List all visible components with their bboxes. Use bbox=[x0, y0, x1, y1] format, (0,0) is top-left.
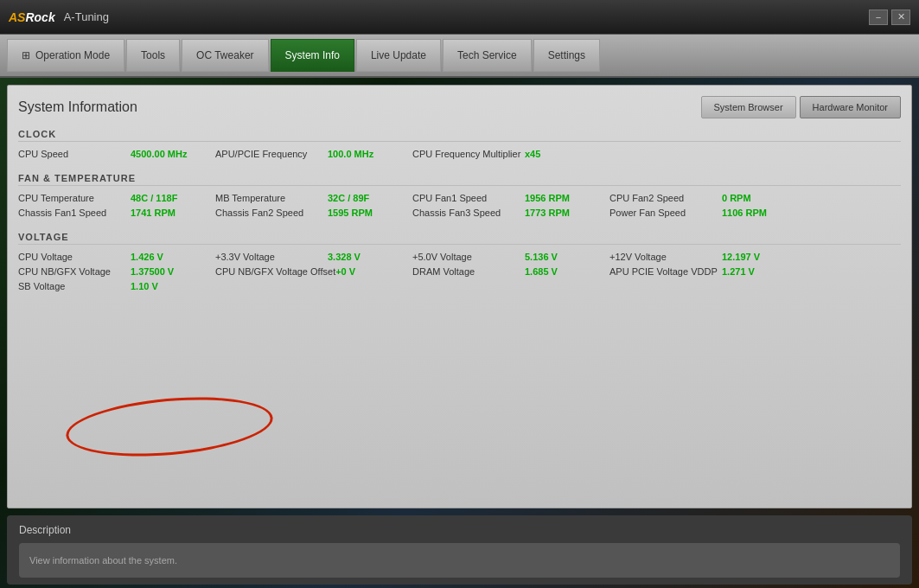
power-fan-cell: Power Fan Speed 1106 RPM bbox=[609, 208, 800, 218]
cpu-nb-gfx-label: CPU NB/GFX Voltage bbox=[18, 266, 131, 277]
sb-voltage-label: SB Voltage bbox=[18, 281, 131, 291]
cpu-speed-value: 4500.00 MHz bbox=[131, 149, 187, 159]
window-controls: − ✕ bbox=[869, 10, 910, 25]
power-fan-value: 1106 RPM bbox=[722, 208, 767, 218]
dram-voltage-label: DRAM Voltage bbox=[412, 266, 525, 277]
minimize-button[interactable]: − bbox=[869, 10, 888, 25]
fan-temp-row-1: CPU Temperature 48C / 118F MB Temperatur… bbox=[18, 193, 901, 203]
cpu-temp-cell: CPU Temperature 48C / 118F bbox=[18, 193, 208, 203]
power-fan-label: Power Fan Speed bbox=[609, 208, 722, 218]
33v-voltage-value: 3.328 V bbox=[328, 252, 361, 262]
fan-temp-section-title: FAN & TEMPERATURE bbox=[18, 173, 901, 186]
sb-voltage-value: 1.10 V bbox=[131, 281, 158, 291]
33v-voltage-cell: +3.3V Voltage 3.328 V bbox=[215, 252, 405, 262]
mb-temp-cell: MB Temperature 32C / 89F bbox=[215, 193, 405, 203]
apu-pcie-vddp-cell: APU PCIE Voltage VDDP 1.271 V bbox=[609, 266, 800, 277]
apu-freq-label: APU/PCIE Frequency bbox=[215, 149, 328, 159]
apu-pcie-vddp-label: APU PCIE Voltage VDDP bbox=[609, 266, 722, 277]
apu-pcie-vddp-value: 1.271 V bbox=[722, 266, 755, 277]
nav-bar: ⊞ Operation Mode Tools OC Tweaker System… bbox=[0, 35, 919, 78]
main-container: ⊞ Operation Mode Tools OC Tweaker System… bbox=[0, 35, 919, 588]
voltage-row-2: CPU NB/GFX Voltage 1.37500 V CPU NB/GFX … bbox=[18, 266, 901, 277]
tab-live-update[interactable]: Live Update bbox=[356, 39, 441, 72]
cpu-voltage-cell: CPU Voltage 1.426 V bbox=[18, 252, 208, 262]
clock-section-title: CLOCK bbox=[18, 129, 901, 142]
content-area: System Information System Browser Hardwa… bbox=[7, 85, 912, 508]
chassis-fan3-cell: Chassis Fan3 Speed 1773 RPM bbox=[412, 208, 603, 218]
cpu-fan2-value: 0 RPM bbox=[722, 193, 751, 203]
description-text: View information about the system. bbox=[19, 543, 900, 578]
cpu-temp-label: CPU Temperature bbox=[18, 193, 131, 203]
chassis-fan1-label: Chassis Fan1 Speed bbox=[18, 208, 131, 218]
cpu-nb-gfx-offset-cell: CPU NB/GFX Voltage Offset +0 V bbox=[215, 266, 405, 277]
chassis-fan2-cell: Chassis Fan2 Speed 1595 RPM bbox=[215, 208, 405, 218]
12v-voltage-cell: +12V Voltage 12.197 V bbox=[609, 252, 800, 262]
cpu-nb-gfx-offset-value: +0 V bbox=[335, 266, 355, 277]
mb-temp-value: 32C / 89F bbox=[328, 193, 369, 203]
voltage-section-title: VOLTAGE bbox=[18, 232, 901, 245]
cpu-fan1-label: CPU Fan1 Speed bbox=[412, 193, 525, 203]
hardware-monitor-button[interactable]: Hardware Monitor bbox=[800, 96, 901, 118]
50v-voltage-value: 5.136 V bbox=[525, 252, 558, 262]
50v-voltage-label: +5.0V Voltage bbox=[412, 252, 525, 262]
voltage-row-3: SB Voltage 1.10 V bbox=[18, 281, 901, 291]
sb-voltage-cell: SB Voltage 1.10 V bbox=[18, 281, 208, 291]
title-bar: ASRock A-Tuning − ✕ bbox=[0, 0, 919, 35]
tab-operation-mode[interactable]: ⊞ Operation Mode bbox=[7, 39, 124, 72]
fan-temp-row-2: Chassis Fan1 Speed 1741 RPM Chassis Fan2… bbox=[18, 208, 901, 218]
apu-freq-cell: APU/PCIE Frequency 100.0 MHz bbox=[215, 149, 405, 159]
chassis-fan2-value: 1595 RPM bbox=[328, 208, 373, 218]
content-header: System Information System Browser Hardwa… bbox=[18, 96, 901, 118]
cpu-voltage-value: 1.426 V bbox=[131, 252, 163, 262]
voltage-row-1: CPU Voltage 1.426 V +3.3V Voltage 3.328 … bbox=[18, 252, 901, 262]
page-title: System Information bbox=[18, 99, 137, 115]
annotation-circle bbox=[64, 390, 276, 464]
cpu-multiplier-cell: CPU Frequency Multiplier x45 bbox=[412, 149, 603, 159]
cpu-fan1-cell: CPU Fan1 Speed 1956 RPM bbox=[412, 193, 603, 203]
app-logo: ASRock bbox=[9, 10, 55, 24]
chassis-fan2-label: Chassis Fan2 Speed bbox=[215, 208, 328, 218]
description-title: Description bbox=[19, 524, 900, 536]
clock-row-1: CPU Speed 4500.00 MHz APU/PCIE Frequency… bbox=[18, 149, 901, 159]
cpu-nb-gfx-offset-label: CPU NB/GFX Voltage Offset bbox=[215, 266, 335, 277]
chassis-fan3-label: Chassis Fan3 Speed bbox=[412, 208, 525, 218]
clock-section: CLOCK CPU Speed 4500.00 MHz APU/PCIE Fre… bbox=[18, 129, 901, 159]
12v-voltage-value: 12.197 V bbox=[722, 252, 760, 262]
cpu-fan1-value: 1956 RPM bbox=[525, 193, 570, 203]
tab-tools[interactable]: Tools bbox=[126, 39, 180, 72]
dram-voltage-value: 1.685 V bbox=[525, 266, 558, 277]
apu-freq-value: 100.0 MHz bbox=[328, 149, 373, 159]
cpu-fan2-label: CPU Fan2 Speed bbox=[609, 193, 722, 203]
cpu-multiplier-label: CPU Frequency Multiplier bbox=[412, 149, 525, 159]
fan-temp-section: FAN & TEMPERATURE CPU Temperature 48C / … bbox=[18, 173, 901, 218]
app-name: A-Tuning bbox=[64, 10, 869, 23]
cpu-speed-label: CPU Speed bbox=[18, 149, 131, 159]
33v-voltage-label: +3.3V Voltage bbox=[215, 252, 328, 262]
voltage-section: VOLTAGE CPU Voltage 1.426 V +3.3V Voltag… bbox=[18, 232, 901, 291]
tab-oc-tweaker[interactable]: OC Tweaker bbox=[182, 39, 268, 72]
50v-voltage-cell: +5.0V Voltage 5.136 V bbox=[412, 252, 603, 262]
12v-voltage-label: +12V Voltage bbox=[609, 252, 722, 262]
dram-voltage-cell: DRAM Voltage 1.685 V bbox=[412, 266, 603, 277]
cpu-multiplier-value: x45 bbox=[525, 149, 540, 159]
tab-tech-service[interactable]: Tech Service bbox=[443, 39, 532, 72]
mb-temp-label: MB Temperature bbox=[215, 193, 328, 203]
tab-settings[interactable]: Settings bbox=[533, 39, 600, 72]
chassis-fan3-value: 1773 RPM bbox=[525, 208, 570, 218]
tab-system-info[interactable]: System Info bbox=[271, 39, 354, 72]
cpu-nb-gfx-cell: CPU NB/GFX Voltage 1.37500 V bbox=[18, 266, 208, 277]
description-area: Description View information about the s… bbox=[7, 515, 912, 585]
header-buttons: System Browser Hardware Monitor bbox=[701, 96, 902, 118]
system-browser-button[interactable]: System Browser bbox=[701, 96, 796, 118]
cpu-fan2-cell: CPU Fan2 Speed 0 RPM bbox=[609, 193, 800, 203]
grid-icon: ⊞ bbox=[22, 49, 30, 61]
chassis-fan1-value: 1741 RPM bbox=[131, 208, 176, 218]
cpu-speed-cell: CPU Speed 4500.00 MHz bbox=[18, 149, 208, 159]
cpu-nb-gfx-value: 1.37500 V bbox=[131, 266, 174, 277]
cpu-voltage-label: CPU Voltage bbox=[18, 252, 131, 262]
chassis-fan1-cell: Chassis Fan1 Speed 1741 RPM bbox=[18, 208, 208, 218]
cpu-temp-value: 48C / 118F bbox=[131, 193, 177, 203]
close-button[interactable]: ✕ bbox=[891, 10, 910, 25]
